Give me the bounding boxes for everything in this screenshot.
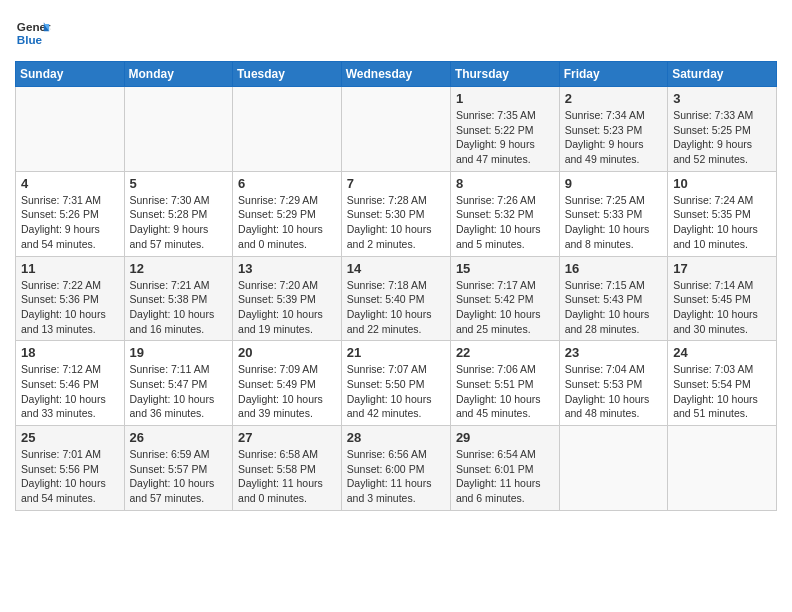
- day-number: 5: [130, 176, 228, 191]
- calendar-cell: 6Sunrise: 7:29 AM Sunset: 5:29 PM Daylig…: [233, 171, 342, 256]
- day-number: 10: [673, 176, 771, 191]
- day-number: 12: [130, 261, 228, 276]
- day-info: Sunrise: 6:54 AM Sunset: 6:01 PM Dayligh…: [456, 447, 554, 506]
- calendar-cell: 11Sunrise: 7:22 AM Sunset: 5:36 PM Dayli…: [16, 256, 125, 341]
- day-number: 14: [347, 261, 445, 276]
- calendar-cell: 17Sunrise: 7:14 AM Sunset: 5:45 PM Dayli…: [668, 256, 777, 341]
- calendar-cell: 26Sunrise: 6:59 AM Sunset: 5:57 PM Dayli…: [124, 426, 233, 511]
- day-number: 4: [21, 176, 119, 191]
- page-header: General Blue: [15, 15, 777, 51]
- day-info: Sunrise: 7:06 AM Sunset: 5:51 PM Dayligh…: [456, 362, 554, 421]
- weekday-header-thursday: Thursday: [450, 62, 559, 87]
- day-info: Sunrise: 7:20 AM Sunset: 5:39 PM Dayligh…: [238, 278, 336, 337]
- calendar-cell: 2Sunrise: 7:34 AM Sunset: 5:23 PM Daylig…: [559, 87, 668, 172]
- calendar-week-2: 4Sunrise: 7:31 AM Sunset: 5:26 PM Daylig…: [16, 171, 777, 256]
- day-info: Sunrise: 7:11 AM Sunset: 5:47 PM Dayligh…: [130, 362, 228, 421]
- calendar-cell: [124, 87, 233, 172]
- day-info: Sunrise: 7:25 AM Sunset: 5:33 PM Dayligh…: [565, 193, 663, 252]
- day-info: Sunrise: 7:12 AM Sunset: 5:46 PM Dayligh…: [21, 362, 119, 421]
- day-info: Sunrise: 7:01 AM Sunset: 5:56 PM Dayligh…: [21, 447, 119, 506]
- calendar-cell: 3Sunrise: 7:33 AM Sunset: 5:25 PM Daylig…: [668, 87, 777, 172]
- day-number: 16: [565, 261, 663, 276]
- day-number: 1: [456, 91, 554, 106]
- day-number: 21: [347, 345, 445, 360]
- day-number: 23: [565, 345, 663, 360]
- weekday-header-row: SundayMondayTuesdayWednesdayThursdayFrid…: [16, 62, 777, 87]
- calendar-cell: 9Sunrise: 7:25 AM Sunset: 5:33 PM Daylig…: [559, 171, 668, 256]
- day-number: 24: [673, 345, 771, 360]
- day-number: 26: [130, 430, 228, 445]
- day-number: 22: [456, 345, 554, 360]
- day-number: 20: [238, 345, 336, 360]
- day-info: Sunrise: 7:14 AM Sunset: 5:45 PM Dayligh…: [673, 278, 771, 337]
- day-info: Sunrise: 7:34 AM Sunset: 5:23 PM Dayligh…: [565, 108, 663, 167]
- calendar-cell: 15Sunrise: 7:17 AM Sunset: 5:42 PM Dayli…: [450, 256, 559, 341]
- weekday-header-friday: Friday: [559, 62, 668, 87]
- weekday-header-saturday: Saturday: [668, 62, 777, 87]
- calendar-cell: 13Sunrise: 7:20 AM Sunset: 5:39 PM Dayli…: [233, 256, 342, 341]
- day-info: Sunrise: 7:31 AM Sunset: 5:26 PM Dayligh…: [21, 193, 119, 252]
- day-info: Sunrise: 7:29 AM Sunset: 5:29 PM Dayligh…: [238, 193, 336, 252]
- calendar-cell: 4Sunrise: 7:31 AM Sunset: 5:26 PM Daylig…: [16, 171, 125, 256]
- weekday-header-monday: Monday: [124, 62, 233, 87]
- day-info: Sunrise: 7:15 AM Sunset: 5:43 PM Dayligh…: [565, 278, 663, 337]
- day-info: Sunrise: 7:24 AM Sunset: 5:35 PM Dayligh…: [673, 193, 771, 252]
- calendar-cell: 25Sunrise: 7:01 AM Sunset: 5:56 PM Dayli…: [16, 426, 125, 511]
- weekday-header-sunday: Sunday: [16, 62, 125, 87]
- day-number: 9: [565, 176, 663, 191]
- calendar-cell: [16, 87, 125, 172]
- calendar-cell: 20Sunrise: 7:09 AM Sunset: 5:49 PM Dayli…: [233, 341, 342, 426]
- weekday-header-wednesday: Wednesday: [341, 62, 450, 87]
- day-number: 17: [673, 261, 771, 276]
- calendar-cell: 27Sunrise: 6:58 AM Sunset: 5:58 PM Dayli…: [233, 426, 342, 511]
- calendar-cell: 24Sunrise: 7:03 AM Sunset: 5:54 PM Dayli…: [668, 341, 777, 426]
- calendar-cell: 16Sunrise: 7:15 AM Sunset: 5:43 PM Dayli…: [559, 256, 668, 341]
- calendar-cell: 5Sunrise: 7:30 AM Sunset: 5:28 PM Daylig…: [124, 171, 233, 256]
- day-info: Sunrise: 7:28 AM Sunset: 5:30 PM Dayligh…: [347, 193, 445, 252]
- calendar-cell: 19Sunrise: 7:11 AM Sunset: 5:47 PM Dayli…: [124, 341, 233, 426]
- calendar-week-1: 1Sunrise: 7:35 AM Sunset: 5:22 PM Daylig…: [16, 87, 777, 172]
- day-info: Sunrise: 6:56 AM Sunset: 6:00 PM Dayligh…: [347, 447, 445, 506]
- day-info: Sunrise: 7:22 AM Sunset: 5:36 PM Dayligh…: [21, 278, 119, 337]
- calendar-week-4: 18Sunrise: 7:12 AM Sunset: 5:46 PM Dayli…: [16, 341, 777, 426]
- day-info: Sunrise: 7:09 AM Sunset: 5:49 PM Dayligh…: [238, 362, 336, 421]
- day-info: Sunrise: 6:58 AM Sunset: 5:58 PM Dayligh…: [238, 447, 336, 506]
- calendar-cell: 29Sunrise: 6:54 AM Sunset: 6:01 PM Dayli…: [450, 426, 559, 511]
- calendar-cell: 14Sunrise: 7:18 AM Sunset: 5:40 PM Dayli…: [341, 256, 450, 341]
- calendar-cell: 23Sunrise: 7:04 AM Sunset: 5:53 PM Dayli…: [559, 341, 668, 426]
- day-info: Sunrise: 7:07 AM Sunset: 5:50 PM Dayligh…: [347, 362, 445, 421]
- day-info: Sunrise: 6:59 AM Sunset: 5:57 PM Dayligh…: [130, 447, 228, 506]
- logo-icon: General Blue: [15, 15, 51, 51]
- day-info: Sunrise: 7:26 AM Sunset: 5:32 PM Dayligh…: [456, 193, 554, 252]
- calendar-cell: 1Sunrise: 7:35 AM Sunset: 5:22 PM Daylig…: [450, 87, 559, 172]
- day-number: 2: [565, 91, 663, 106]
- day-info: Sunrise: 7:18 AM Sunset: 5:40 PM Dayligh…: [347, 278, 445, 337]
- calendar-cell: 28Sunrise: 6:56 AM Sunset: 6:00 PM Dayli…: [341, 426, 450, 511]
- day-info: Sunrise: 7:17 AM Sunset: 5:42 PM Dayligh…: [456, 278, 554, 337]
- weekday-header-tuesday: Tuesday: [233, 62, 342, 87]
- day-number: 15: [456, 261, 554, 276]
- day-info: Sunrise: 7:33 AM Sunset: 5:25 PM Dayligh…: [673, 108, 771, 167]
- day-number: 3: [673, 91, 771, 106]
- logo: General Blue: [15, 15, 55, 51]
- day-number: 25: [21, 430, 119, 445]
- calendar-cell: [233, 87, 342, 172]
- calendar-week-3: 11Sunrise: 7:22 AM Sunset: 5:36 PM Dayli…: [16, 256, 777, 341]
- day-number: 13: [238, 261, 336, 276]
- day-info: Sunrise: 7:03 AM Sunset: 5:54 PM Dayligh…: [673, 362, 771, 421]
- calendar-cell: [559, 426, 668, 511]
- day-number: 11: [21, 261, 119, 276]
- calendar-cell: 21Sunrise: 7:07 AM Sunset: 5:50 PM Dayli…: [341, 341, 450, 426]
- day-number: 8: [456, 176, 554, 191]
- day-number: 29: [456, 430, 554, 445]
- calendar-cell: 10Sunrise: 7:24 AM Sunset: 5:35 PM Dayli…: [668, 171, 777, 256]
- calendar-week-5: 25Sunrise: 7:01 AM Sunset: 5:56 PM Dayli…: [16, 426, 777, 511]
- day-info: Sunrise: 7:21 AM Sunset: 5:38 PM Dayligh…: [130, 278, 228, 337]
- day-number: 27: [238, 430, 336, 445]
- day-number: 19: [130, 345, 228, 360]
- calendar-cell: 7Sunrise: 7:28 AM Sunset: 5:30 PM Daylig…: [341, 171, 450, 256]
- day-info: Sunrise: 7:04 AM Sunset: 5:53 PM Dayligh…: [565, 362, 663, 421]
- day-number: 18: [21, 345, 119, 360]
- calendar-table: SundayMondayTuesdayWednesdayThursdayFrid…: [15, 61, 777, 511]
- calendar-cell: 8Sunrise: 7:26 AM Sunset: 5:32 PM Daylig…: [450, 171, 559, 256]
